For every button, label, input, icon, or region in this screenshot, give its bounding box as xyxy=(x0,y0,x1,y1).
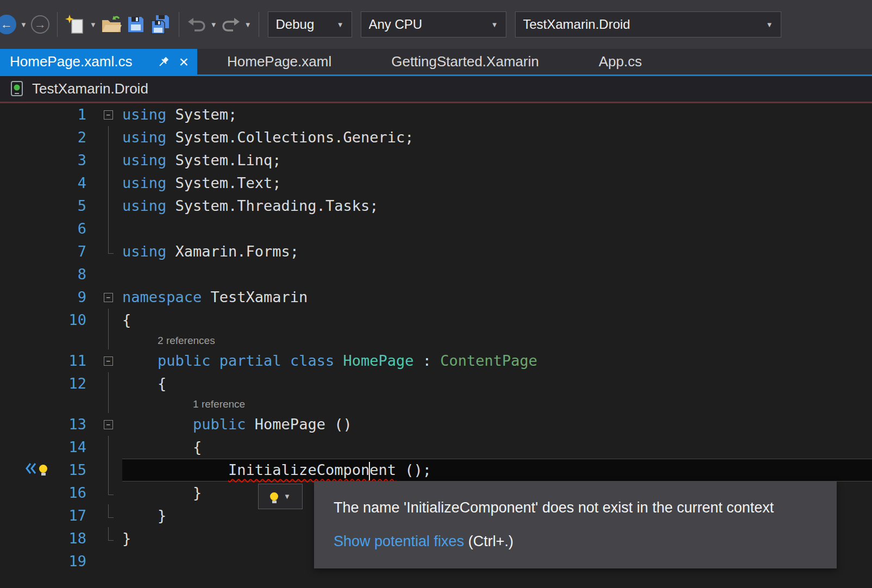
outline-margin: − xyxy=(95,349,122,372)
code-line-11[interactable]: 11− public partial class HomePage : Cont… xyxy=(0,349,872,372)
pin-icon[interactable] xyxy=(158,57,169,67)
outline-margin xyxy=(95,240,122,263)
lightbulb-icon xyxy=(39,465,47,473)
outline-margin xyxy=(95,126,122,149)
navigate-forward-button[interactable]: → xyxy=(29,9,52,40)
code-editor[interactable]: 1−using System;2using System.Collections… xyxy=(0,103,872,588)
outline-margin xyxy=(95,459,122,481)
line-number: 2 xyxy=(0,126,95,149)
tab-gettingstarted-xamarin[interactable]: GettingStarted.Xamarin xyxy=(361,49,569,74)
tab-app-cs[interactable]: App.cs xyxy=(569,49,672,74)
document-tab-bar: HomePage.xaml.cs × HomePage.xaml Getting… xyxy=(0,49,872,76)
solution-configuration-value: Debug xyxy=(276,17,329,32)
code-line-7[interactable]: 7using Xamarin.Forms; xyxy=(0,240,872,263)
navigate-back-button[interactable]: ← xyxy=(0,9,18,40)
line-number: 10 xyxy=(0,309,95,331)
code-line-13[interactable]: 13− public HomePage () xyxy=(0,413,872,436)
line-number: 11 xyxy=(0,349,95,372)
line-number: 16 xyxy=(0,481,95,504)
code-line-2[interactable]: 2using System.Collections.Generic; xyxy=(0,126,872,149)
save-all-button[interactable] xyxy=(147,9,173,40)
code-line-9[interactable]: 9−namespace TestXamarin xyxy=(0,286,872,309)
new-item-dropdown[interactable]: ▼ xyxy=(88,21,98,29)
line-number: 6 xyxy=(0,217,95,240)
undo-dropdown[interactable]: ▼ xyxy=(209,21,219,29)
lightbulb-widget[interactable]: ▼ xyxy=(258,484,303,509)
outline-margin: − xyxy=(95,413,122,436)
startup-project-dropdown[interactable]: TestXamarin.Droid ▼ xyxy=(515,11,781,37)
outline-margin xyxy=(95,149,122,172)
chevron-down-icon: ▼ xyxy=(766,21,773,29)
new-item-button[interactable] xyxy=(63,9,88,40)
error-tooltip: The name 'InitializeComponent' does not … xyxy=(314,481,837,568)
project-icon xyxy=(10,80,24,97)
code-line-14[interactable]: 14 { xyxy=(0,436,872,459)
code-line-text: InitializeComponent (); xyxy=(122,459,872,481)
line-number: 15 xyxy=(0,459,95,481)
redo-dropdown[interactable]: ▼ xyxy=(243,21,253,29)
outline-margin: − xyxy=(95,103,122,126)
tab-label: App.cs xyxy=(599,53,642,70)
code-line-text xyxy=(122,217,872,240)
code-line-5[interactable]: 5using System.Threading.Tasks; xyxy=(0,195,872,217)
outline-margin xyxy=(95,263,122,286)
navigate-back-dropdown[interactable]: ▼ xyxy=(18,21,29,29)
code-line-text: using System.Linq; xyxy=(122,149,872,172)
tab-homepage-xaml-cs[interactable]: HomePage.xaml.cs × xyxy=(0,49,197,74)
code-line-3[interactable]: 3using System.Linq; xyxy=(0,149,872,172)
fold-collapse-toggle[interactable]: − xyxy=(104,110,113,120)
forward-arrow-icon: → xyxy=(31,15,49,34)
fold-collapse-toggle[interactable]: − xyxy=(104,420,113,429)
toolbar-separator xyxy=(179,12,179,37)
chevron-down-icon: ▼ xyxy=(491,21,498,29)
codelens-label[interactable]: 1 reference xyxy=(122,395,245,413)
line-number: 12 xyxy=(0,372,95,395)
close-icon[interactable]: × xyxy=(179,54,189,70)
breadcrumb-project[interactable]: TestXamarin.Droid xyxy=(32,80,148,97)
save-button[interactable] xyxy=(124,9,147,40)
code-line-8[interactable]: 8 xyxy=(0,263,872,286)
codelens-references[interactable]: 2 references xyxy=(0,331,872,349)
fold-collapse-toggle[interactable]: − xyxy=(104,356,113,366)
toolbar: ← ▼ → ▼ xyxy=(0,0,872,49)
undo-icon xyxy=(187,15,206,34)
outline-margin xyxy=(95,217,122,240)
code-line-4[interactable]: 4using System.Text; xyxy=(0,172,872,195)
outline-margin xyxy=(95,395,122,413)
tab-homepage-xaml[interactable]: HomePage.xaml xyxy=(197,49,361,74)
code-line-10[interactable]: 10{ xyxy=(0,309,872,331)
show-potential-fixes-link[interactable]: Show potential fixes xyxy=(334,533,464,549)
code-line-text: using Xamarin.Forms; xyxy=(122,240,872,263)
code-line-12[interactable]: 12 { xyxy=(0,372,872,395)
fold-collapse-toggle[interactable]: − xyxy=(104,293,113,302)
code-line-1[interactable]: 1−using System; xyxy=(0,103,872,126)
open-file-button[interactable] xyxy=(98,9,124,40)
outline-margin: − xyxy=(95,286,122,309)
redo-button[interactable] xyxy=(219,9,243,40)
back-arrow-icon: ← xyxy=(0,15,16,34)
code-line-15[interactable]: 15 InitializeComponent (); xyxy=(0,459,872,481)
solution-platform-dropdown[interactable]: Any CPU ▼ xyxy=(361,11,506,37)
solution-configuration-dropdown[interactable]: Debug ▼ xyxy=(268,11,352,37)
lightbulb-icon xyxy=(270,492,278,501)
outline-margin xyxy=(95,481,122,504)
chevron-down-icon: ▼ xyxy=(337,21,344,29)
code-line-text: public HomePage () xyxy=(122,413,872,436)
outline-margin xyxy=(95,436,122,459)
line-number: 1 xyxy=(0,103,95,126)
outline-margin xyxy=(95,527,122,550)
line-number: 5 xyxy=(0,195,95,217)
code-line-6[interactable]: 6 xyxy=(0,217,872,240)
line-number: 7 xyxy=(0,240,95,263)
codelens-references[interactable]: 1 reference xyxy=(0,395,872,413)
line-number: 9 xyxy=(0,286,95,309)
line-number: 14 xyxy=(0,436,95,459)
code-line-text: { xyxy=(122,372,872,395)
save-icon xyxy=(127,15,145,34)
codelens-label[interactable]: 2 references xyxy=(122,331,215,349)
code-line-text: using System.Threading.Tasks; xyxy=(122,195,872,217)
quick-actions-icon[interactable] xyxy=(25,461,47,476)
code-line-text: namespace TestXamarin xyxy=(122,286,872,309)
undo-button[interactable] xyxy=(185,9,209,40)
chevron-down-icon: ▼ xyxy=(284,492,291,501)
